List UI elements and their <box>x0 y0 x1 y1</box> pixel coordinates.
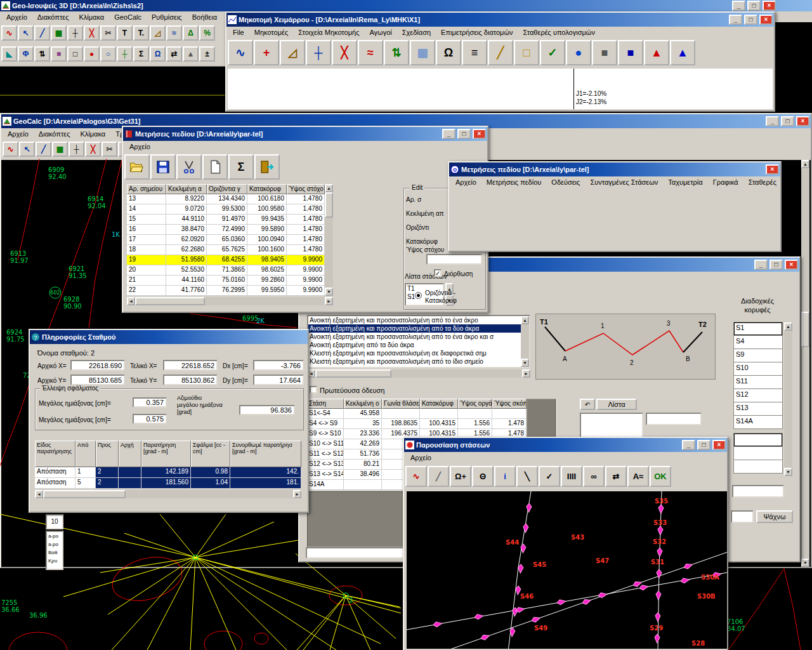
menu-item[interactable]: Αρχείο <box>1 13 32 22</box>
scroll-down-button[interactable]: ▼ <box>521 359 529 367</box>
column-header[interactable]: Κεκλιμένη ο <box>344 399 382 409</box>
x-start-input[interactable]: 22618.690 <box>70 360 125 371</box>
side-panel-item[interactable]: Βαθ <box>47 548 62 557</box>
scroll-left-button[interactable]: ◄ <box>35 490 43 498</box>
traverse-table-row[interactable]: S1<-S445.958 <box>307 409 527 419</box>
menu-item[interactable]: Σταθερές υπολογισμών <box>518 28 600 37</box>
close-button[interactable]: × <box>766 164 779 175</box>
slope-icon[interactable]: ◿ <box>150 25 166 41</box>
binoculars-icon[interactable]: ∞ <box>583 466 605 487</box>
column-header[interactable]: Αρ. σημείου <box>127 184 166 194</box>
menu-item[interactable]: Μετρήσεις πεδίου <box>481 178 546 187</box>
vertex-cell[interactable]: S9 <box>733 348 783 362</box>
omega-icon[interactable]: Ω <box>436 40 461 65</box>
correction-checkbox[interactable]: ✓ <box>434 269 442 277</box>
orientation-radio[interactable] <box>415 292 422 299</box>
minimize-button[interactable]: _ <box>766 116 779 126</box>
vertex-cell-empty[interactable] <box>733 433 783 447</box>
azimuth-input[interactable]: 96.836 <box>239 405 295 415</box>
minor-axis-input[interactable]: 0.575 <box>133 414 167 424</box>
menu-item[interactable]: GeoCalc <box>109 13 147 22</box>
vertex-cell[interactable]: S14A <box>733 415 783 429</box>
maximize-button[interactable]: □ <box>457 129 471 139</box>
stations-drawing-area[interactable]: S35S43S33S44S32S47S31S45S30AS46S30BS49S2… <box>407 491 727 649</box>
station-info-titlebar[interactable]: ? Πληροφορίες Σταθμού <box>30 330 308 344</box>
scroll-thumb[interactable] <box>315 369 391 378</box>
column-header[interactable]: Οριζόντια γ <box>207 184 247 194</box>
delete-icon[interactable]: ╳ <box>84 25 100 41</box>
close-button[interactable]: × <box>763 1 776 11</box>
menu-item[interactable]: Αρχείο <box>124 142 155 151</box>
pen-icon[interactable]: ╱ <box>428 466 449 487</box>
measurement-row[interactable]: 2241.776076.299599.59509.9900 <box>127 286 325 296</box>
cut-icon[interactable] <box>176 154 202 180</box>
line-icon[interactable]: ╲ <box>516 466 538 487</box>
scroll-down-button[interactable]: ▼ <box>325 288 333 296</box>
phi-tool-icon[interactable]: Φ <box>18 46 34 62</box>
up-icon[interactable]: ▲ <box>183 46 199 62</box>
close-button[interactable]: × <box>759 15 773 25</box>
scroll-thumb[interactable] <box>801 312 809 347</box>
delete-icon[interactable]: ╳ <box>85 142 101 157</box>
theta-icon[interactable]: Θ <box>472 466 494 487</box>
close-button[interactable]: × <box>785 260 798 270</box>
column-header[interactable]: Είδος παρατήρησης <box>35 441 75 467</box>
primary-traverse-checkbox[interactable] <box>310 386 317 394</box>
profile-chart-icon[interactable]: ∿ <box>228 40 253 65</box>
menu-item[interactable]: File <box>228 28 249 37</box>
main-titlebar[interactable]: Geo-Ισουψείς 3D [D:\Arxeia\In\Zishs\s2] … <box>0 0 812 11</box>
add-point-icon[interactable]: + <box>254 40 279 65</box>
observations-hscrollbar[interactable]: ◄ ► <box>35 490 301 498</box>
minimize-button[interactable]: _ <box>682 440 695 450</box>
measurement-row[interactable]: 149.072099.5300100.95801.4780 <box>127 204 325 215</box>
list-icon[interactable]: ≡ <box>462 40 487 65</box>
side-panel-item[interactable]: a-po <box>47 532 62 540</box>
vertices-vscrollbar[interactable]: ▲ ▼ <box>784 322 792 476</box>
triangle-icon[interactable]: Δ <box>183 25 199 41</box>
scroll-up-button[interactable]: ▲ <box>801 160 809 168</box>
vertex-cell[interactable]: S10 <box>733 362 783 376</box>
column-header[interactable]: Κατακόρυφ <box>247 184 287 194</box>
menu-item[interactable]: Βοήθεια <box>187 13 222 22</box>
percent-icon[interactable]: % <box>199 25 215 41</box>
scroll-up-button[interactable]: ▲ <box>521 316 529 324</box>
section-icon[interactable]: ┼ <box>306 40 331 65</box>
scroll-right-button[interactable]: ► <box>522 369 530 378</box>
column-header[interactable]: Παρατήρηση [grad - m] <box>141 441 191 467</box>
vertex-cell[interactable]: S1 <box>733 322 783 336</box>
menu-item[interactable]: Ταχυμετρία <box>663 178 707 187</box>
save-icon[interactable] <box>150 154 176 180</box>
menu-item[interactable]: Αρχείο <box>405 453 436 462</box>
menu-item[interactable]: Σχεδίαση <box>397 28 436 37</box>
scroll-left-button[interactable]: ◄ <box>127 297 135 305</box>
menu-item[interactable]: Σταθερές <box>743 178 782 187</box>
dx-input[interactable]: -3.766 <box>253 360 304 371</box>
scroll-right-button[interactable]: ► <box>293 490 301 498</box>
info-icon[interactable]: i <box>494 466 516 487</box>
measurement-row[interactable]: 1762.092065.0360100.09401.4780 <box>127 235 325 245</box>
measurements-vscrollbar[interactable]: ▲ ▼ <box>325 184 333 296</box>
tin-icon[interactable]: ◣ <box>1 46 17 62</box>
measurement-row[interactable]: 1544.911091.497099.94351.4780 <box>127 215 325 225</box>
scroll-down-button[interactable]: ▼ <box>784 468 792 476</box>
omega-icon[interactable]: Ω <box>150 46 166 62</box>
target-height-input[interactable] <box>426 254 482 265</box>
traverse-table-row[interactable]: S4 <-> S935198.8635100.43151.5561.478 <box>307 419 527 429</box>
fill-icon[interactable]: ■ <box>51 46 67 62</box>
label-icon[interactable]: T. <box>133 25 149 41</box>
menu-item[interactable]: Αγωγοί <box>364 28 396 37</box>
contour-icon[interactable]: ∿ <box>3 142 18 157</box>
menu-item[interactable]: Κλίμακα <box>75 129 110 138</box>
y-end-input[interactable]: 85130.862 <box>163 375 218 385</box>
column-header[interactable]: Ύψος στόχο <box>287 184 325 194</box>
vertex-cell[interactable]: S11 <box>733 375 783 389</box>
field-editor-titlebar[interactable]: Μετρήσεις πεδίου [D:\Arxeia\ly\par-tel] … <box>123 127 487 141</box>
dy-input[interactable]: 17.664 <box>253 375 304 385</box>
column-header[interactable]: Ύψος σκόπ <box>492 399 527 409</box>
swap-icon[interactable]: ⇄ <box>166 46 182 62</box>
column-header[interactable]: Από <box>75 441 96 467</box>
contour-icon[interactable]: ∿ <box>1 25 17 41</box>
column-header[interactable]: Αρχή <box>119 441 141 467</box>
open-icon[interactable] <box>124 154 150 180</box>
menu-item[interactable]: Αρχείο <box>450 178 481 187</box>
